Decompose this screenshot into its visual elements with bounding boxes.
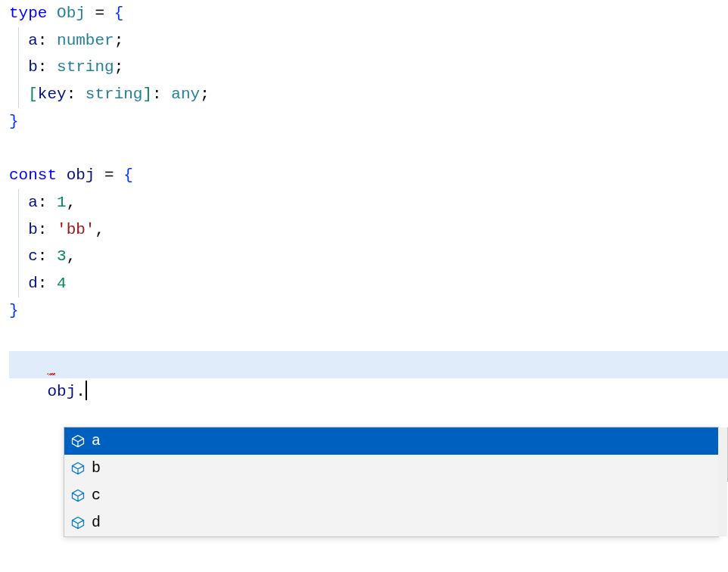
property-name: a [28,32,38,49]
open-bracket: [ [28,85,38,103]
scrollbar-track[interactable] [718,427,727,536]
autocomplete-label: a [92,428,101,454]
field-icon [70,488,86,503]
code-line: b: string; [9,54,728,81]
indent-guide [18,189,19,216]
code-line: d: 4 [9,270,728,297]
code-line: } [9,108,728,135]
property-name: b [28,58,38,76]
indent-guide [18,243,19,270]
punct: : [67,85,86,103]
close-brace: } [9,302,19,319]
number-literal: 1 [57,194,67,211]
keyword-type: type [9,5,47,22]
punct: : [38,275,57,292]
keyword-const: const [9,166,57,184]
code-line: [key: string]: any; [9,81,728,108]
field-icon [70,515,86,530]
comma: , [67,194,76,211]
var-ref: obj [47,383,76,400]
punct: = [86,5,114,22]
number-literal: 4 [57,275,67,292]
text-cursor [86,381,87,400]
code-line: b: 'bb', [9,216,728,244]
autocomplete-item[interactable]: a [64,427,718,455]
autocomplete-item[interactable]: d [64,509,718,536]
indent-guide [18,81,19,108]
property-name: d [28,275,38,292]
open-brace: { [114,5,124,22]
string-literal: 'bb' [57,221,95,238]
open-brace: { [123,166,133,184]
indent-guide [18,27,19,54]
code-line: a: number; [9,27,728,54]
punct: : [152,85,171,103]
indent-guide [18,270,19,297]
punct: : [38,32,57,49]
autocomplete-item[interactable]: b [64,455,718,482]
type-ref: any [171,85,200,103]
comma: , [67,247,76,265]
punct: : [38,194,57,211]
var-name: obj [67,166,95,184]
autocomplete-label: d [92,510,101,536]
blank-line [9,324,728,351]
number-literal: 3 [57,247,67,265]
semicolon: ; [114,32,124,49]
dot-operator: . [76,383,86,400]
autocomplete-item[interactable]: c [64,482,718,509]
semicolon: ; [200,85,210,103]
autocomplete-popup[interactable]: a b c d [64,427,719,537]
punct: : [38,247,57,265]
field-icon [70,461,86,476]
code-line: type Obj = { [9,0,728,27]
active-code-line[interactable]: obj. [9,351,728,378]
field-icon [70,434,86,449]
property-name: b [28,221,38,238]
code-line: } [9,297,728,325]
autocomplete-label: b [92,455,101,481]
code-line: a: 1, [9,189,728,216]
type-identifier: Obj [57,5,86,22]
error-squiggle [47,373,55,375]
indent-guide [18,216,19,244]
code-line: c: 3, [9,243,728,270]
blank-line [9,135,728,162]
code-line: const obj = { [9,162,728,189]
punct: : [38,58,57,76]
semicolon: ; [114,58,124,76]
close-bracket: ] [142,85,152,103]
type-ref: number [57,32,114,49]
property-name: c [28,247,38,265]
close-brace: } [9,113,19,130]
type-ref: string [57,58,114,76]
comma: , [95,221,104,238]
punct: = [95,166,123,184]
autocomplete-label: c [92,483,101,508]
code-editor[interactable]: type Obj = { a: number; b: string; [key:… [0,0,728,351]
type-ref: string [86,85,143,103]
indent-guide [18,54,19,81]
key-name: key [38,85,67,103]
punct: : [38,221,57,238]
property-name: a [28,194,38,211]
